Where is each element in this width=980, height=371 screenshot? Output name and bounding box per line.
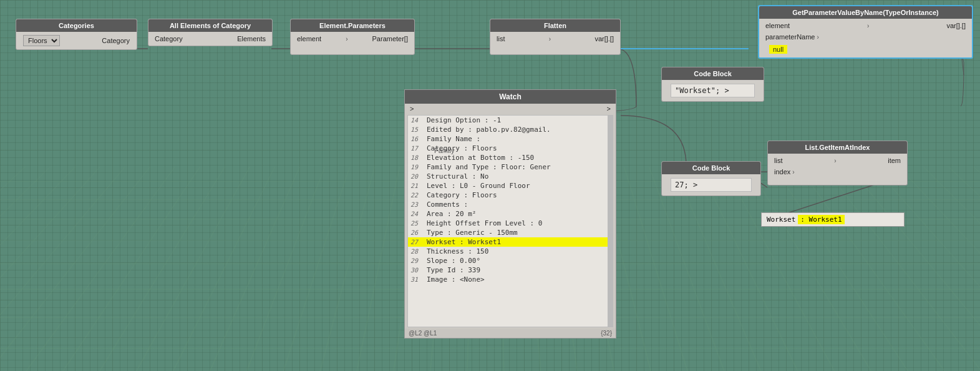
workset-output-box: Workset : Workset1 bbox=[761, 212, 905, 227]
code-block-2-header: Code Block bbox=[662, 162, 760, 174]
watch-line: 29Slope : 0.00° bbox=[408, 256, 613, 265]
line-text: Elevation at Bottom : -150 bbox=[427, 154, 534, 162]
watch-line: 27Workset : Workset1 bbox=[408, 237, 613, 247]
line-number: 24 bbox=[410, 210, 424, 217]
line-number: 23 bbox=[410, 201, 424, 208]
family-label: Family bbox=[434, 147, 454, 154]
flatten-var-output: var[].[] bbox=[594, 35, 614, 42]
get-param-var-output: var[].[] bbox=[946, 22, 966, 29]
elements-output-label: Elements bbox=[237, 35, 266, 42]
watch-footer: @L2 @L1 {32} bbox=[405, 329, 616, 338]
watch-line: 24Area : 20 m² bbox=[408, 209, 613, 219]
list-arrow: › bbox=[834, 157, 836, 164]
line-text: Area : 20 m² bbox=[427, 210, 476, 218]
line-number: 26 bbox=[410, 229, 424, 236]
watch-line: 30Type Id : 339 bbox=[408, 265, 613, 275]
line-number: 17 bbox=[410, 145, 424, 152]
line-number: 29 bbox=[410, 257, 424, 264]
line-number: 14 bbox=[410, 117, 424, 124]
flatten-arrow: › bbox=[549, 36, 551, 42]
flatten-list-input: list bbox=[497, 35, 505, 42]
line-text: Type Id : 339 bbox=[427, 266, 480, 274]
watch-line: 20Structural : No bbox=[408, 172, 613, 181]
line-number: 30 bbox=[410, 267, 424, 274]
code-block-2-node: Code Block 27; > bbox=[661, 161, 761, 196]
workset-value-badge: : Workset1 bbox=[798, 215, 844, 224]
list-getitem-list-row: list › item bbox=[772, 155, 903, 166]
element-params-header: Element.Parameters bbox=[291, 19, 414, 32]
list-input-label: list bbox=[774, 157, 782, 164]
all-elements-ports: Category Elements bbox=[152, 33, 268, 44]
watch-line: 31Image : <None> bbox=[408, 275, 613, 284]
watch-line: 14Design Option : -1 bbox=[408, 116, 613, 125]
line-text: Slope : 0.00° bbox=[427, 257, 480, 265]
element-params-ports: element › Parameter[] bbox=[294, 33, 410, 44]
line-number: 22 bbox=[410, 192, 424, 199]
workset-label: Workset bbox=[767, 215, 795, 224]
line-number: 19 bbox=[410, 164, 424, 171]
watch-line: 25Height Offset From Level : 0 bbox=[408, 219, 613, 228]
watch-line: 21Level : L0 - Ground Floor bbox=[408, 181, 613, 190]
watch-line: 16Family Name : bbox=[408, 134, 613, 144]
line-number: 18 bbox=[410, 154, 424, 161]
line-text: Comments : bbox=[427, 200, 468, 209]
line-text: Type : Generic - 150mm bbox=[427, 229, 518, 237]
element-input-label: element bbox=[297, 35, 321, 42]
floors-dropdown[interactable]: Floors bbox=[23, 35, 60, 46]
get-param-element-row: element › var[].[] bbox=[763, 20, 968, 31]
line-number: 21 bbox=[410, 182, 424, 189]
item-output-label: item bbox=[888, 157, 901, 164]
line-text: Structural : No bbox=[427, 172, 488, 181]
code-block-1-header: Code Block bbox=[662, 67, 764, 80]
categories-node: Categories Floors Category bbox=[16, 19, 137, 50]
list-getitem-node: List.GetItemAtIndex list › item index › bbox=[767, 141, 908, 186]
get-param-name-row: parameterName › bbox=[763, 31, 968, 42]
flatten-header: Flatten bbox=[490, 19, 620, 32]
element-params-node: Element.Parameters element › Parameter[] bbox=[290, 19, 415, 55]
line-number: 28 bbox=[410, 248, 424, 255]
watch-lines-container: 14Design Option : -115Edited by : pablo.… bbox=[408, 116, 613, 284]
line-text: Height Offset From Level : 0 bbox=[427, 219, 542, 227]
watch-footer-left: @L2 @L1 bbox=[409, 330, 437, 337]
flatten-node: Flatten list › var[].[] bbox=[490, 19, 621, 55]
line-text: Category : Floors bbox=[427, 191, 497, 199]
index-input-label: index bbox=[774, 168, 790, 176]
watch-left-port: > bbox=[410, 105, 414, 112]
get-param-name-input: parameterName bbox=[765, 33, 815, 41]
get-param-name-arrow: › bbox=[817, 34, 818, 41]
watch-scrollbar[interactable] bbox=[608, 116, 613, 327]
all-elements-header: All Elements of Category bbox=[148, 19, 272, 32]
list-getitem-header: List.GetItemAtIndex bbox=[768, 141, 907, 154]
index-arrow: › bbox=[792, 169, 794, 176]
get-param-node: GetParameterValueByName(TypeOrInstance) … bbox=[758, 5, 973, 59]
line-number: 15 bbox=[410, 126, 424, 133]
param-output-label: Parameter[] bbox=[372, 35, 408, 42]
watch-node: Watch > > 14Design Option : -115Edited b… bbox=[404, 89, 616, 339]
watch-line: 28Thickness : 150 bbox=[408, 247, 613, 256]
watch-line: 15Edited by : pablo.pv.82@gmail. bbox=[408, 125, 613, 134]
get-param-header: GetParameterValueByName(TypeOrInstance) bbox=[759, 6, 972, 19]
categories-dropdown-row: Floors Category bbox=[20, 33, 133, 48]
element-params-arrow: › bbox=[346, 36, 347, 42]
watch-line: 22Category : Floors bbox=[408, 190, 613, 200]
line-number: 31 bbox=[410, 276, 424, 283]
list-getitem-index-row: index › bbox=[772, 166, 903, 177]
category-port-label: Category bbox=[102, 37, 130, 44]
line-number: 16 bbox=[410, 136, 424, 142]
line-text: Thickness : 150 bbox=[427, 247, 488, 255]
watch-line: 26Type : Generic - 150mm bbox=[408, 228, 613, 237]
watch-port-row: > > bbox=[405, 104, 616, 114]
line-text: Edited by : pablo.pv.82@gmail. bbox=[427, 126, 551, 134]
watch-header: Watch bbox=[405, 90, 616, 104]
code-block-1-content: "Workset"; > bbox=[671, 84, 755, 97]
watch-right-port: > bbox=[607, 105, 611, 112]
watch-line: 23Comments : bbox=[408, 200, 613, 209]
line-text: Design Option : -1 bbox=[427, 116, 501, 124]
get-param-element-arrow: › bbox=[867, 22, 869, 29]
get-param-element-input: element bbox=[765, 22, 790, 29]
line-text: Family Name : bbox=[427, 135, 480, 143]
flatten-ports: list › var[].[] bbox=[494, 33, 616, 44]
watch-line: 18Elevation at Bottom : -150 bbox=[408, 153, 613, 162]
line-text: Level : L0 - Ground Floor bbox=[427, 182, 530, 190]
all-elements-node: All Elements of Category Category Elemen… bbox=[148, 19, 273, 46]
